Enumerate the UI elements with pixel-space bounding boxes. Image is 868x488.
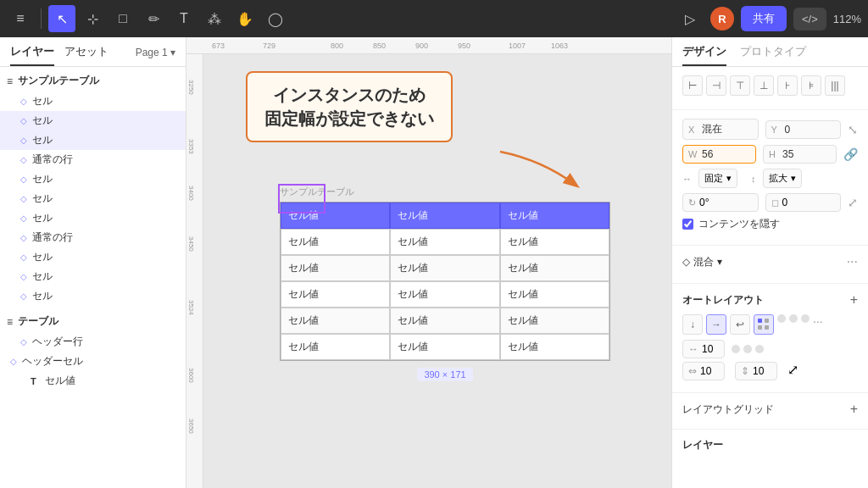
- x-value[interactable]: 混在: [702, 122, 722, 136]
- more-options-icon[interactable]: ···: [847, 254, 858, 269]
- distribute-h[interactable]: |||: [825, 75, 845, 96]
- diamond-icon: ◇: [20, 291, 27, 301]
- menu-icon[interactable]: ≡: [7, 5, 34, 32]
- list-item[interactable]: ◇ セル: [0, 189, 186, 208]
- list-item[interactable]: ◇ セル: [0, 286, 186, 306]
- al-grid-btn[interactable]: [754, 314, 774, 335]
- add-autolayout-button[interactable]: +: [850, 292, 858, 308]
- expand-padding-icon[interactable]: ⤢: [787, 362, 798, 380]
- list-item[interactable]: ◇ セル: [0, 130, 186, 150]
- table-row: セル値 セル値 セル値: [281, 255, 609, 281]
- canvas-area[interactable]: 673 729 800 850 900 950 1007 1063 3250 3…: [186, 37, 671, 488]
- angle-row: ↻ 0° ◻ 0 ⤢: [682, 193, 858, 212]
- w-value[interactable]: 56: [702, 148, 713, 160]
- select-tool[interactable]: ↖: [48, 5, 75, 32]
- padding-v-value[interactable]: 10: [753, 365, 764, 377]
- section-label: サンプルテーブル: [18, 74, 99, 88]
- component-tool[interactable]: ⁂: [201, 5, 228, 32]
- present-icon[interactable]: ▷: [676, 5, 704, 32]
- angle-field[interactable]: ↻ 0°: [682, 193, 759, 212]
- padding-field[interactable]: ⇔ 10: [682, 362, 725, 380]
- header-cell: セル値: [390, 202, 499, 229]
- add-grid-button[interactable]: +: [850, 402, 858, 417]
- hand-tool[interactable]: ✋: [231, 5, 259, 32]
- align-top[interactable]: ⊥: [754, 75, 774, 96]
- list-item[interactable]: ◇ ヘッダー行: [0, 332, 186, 352]
- al-wrap-btn[interactable]: ↩: [730, 314, 750, 335]
- padding-v-field[interactable]: ⇕ 10: [735, 362, 777, 380]
- table-label: サンプルテーブル: [280, 186, 610, 198]
- align-center-v[interactable]: ⊦: [777, 75, 798, 96]
- align-right[interactable]: ⊤: [730, 75, 750, 96]
- share-button[interactable]: 共有: [741, 6, 787, 31]
- shape-tool[interactable]: □: [109, 5, 136, 32]
- list-item[interactable]: ◇ セル: [0, 247, 186, 267]
- angle-value[interactable]: 0°: [699, 197, 709, 208]
- align-left[interactable]: ⊢: [682, 75, 703, 96]
- callout-box: インスタンスのため 固定幅が設定できない: [246, 71, 453, 142]
- al-more-icon[interactable]: ···: [813, 314, 823, 335]
- padding-value[interactable]: 10: [700, 365, 711, 377]
- collapse-icon: ≡: [7, 316, 13, 328]
- list-item[interactable]: ◇ セル: [0, 267, 186, 286]
- resize-icon[interactable]: ⤡: [848, 123, 858, 136]
- autolayout-title: オートレイアウト: [682, 293, 764, 308]
- item-label: 通常の行: [32, 152, 73, 167]
- corner-value[interactable]: 0: [782, 197, 788, 208]
- wh-row: W 56 H 35 🔗: [682, 145, 858, 164]
- tab-assets[interactable]: アセット: [64, 44, 108, 66]
- list-item[interactable]: T セル値: [0, 371, 186, 391]
- body-cell: セル値: [281, 281, 390, 308]
- gap-row: ↔ 10: [682, 340, 858, 358]
- comment-tool[interactable]: ◯: [262, 5, 289, 32]
- code-button[interactable]: </>: [793, 8, 826, 30]
- section-sample-table[interactable]: ≡ サンプルテーブル: [0, 70, 186, 92]
- al-right-btn[interactable]: →: [706, 314, 726, 335]
- list-item[interactable]: ◇ セル: [0, 111, 186, 130]
- page-selector[interactable]: Page 1 ▾: [136, 44, 175, 66]
- fixed-select[interactable]: 固定 ▾: [698, 169, 737, 188]
- align-center-h[interactable]: ⊣: [706, 75, 726, 96]
- section-table[interactable]: ≡ テーブル: [0, 311, 186, 332]
- w-field[interactable]: W 56: [682, 145, 756, 164]
- al-controls: ↓ → ↩ ···: [682, 314, 858, 335]
- x-field[interactable]: X 混在: [682, 119, 759, 140]
- table-header-row: セル値 セル値 セル値: [281, 202, 609, 229]
- pen-tool[interactable]: ✏: [140, 5, 167, 32]
- corner-field[interactable]: ◻ 0: [765, 193, 842, 212]
- list-item[interactable]: ◇ セル: [0, 92, 186, 111]
- list-item[interactable]: ◇ 通常の行: [0, 150, 186, 169]
- h-field[interactable]: H 35: [763, 145, 837, 164]
- al-down-btn[interactable]: ↓: [682, 314, 703, 335]
- list-item[interactable]: ◇ ヘッダーセル: [0, 352, 186, 371]
- individual-corners-icon[interactable]: ⤢: [848, 196, 858, 209]
- sample-table[interactable]: セル値 セル値 セル値 セル値 セル値 セル値 セル値 セル値 セル値: [280, 202, 610, 361]
- blend-section: ◇ 混合 ▾ ···: [672, 246, 868, 284]
- zoom-label[interactable]: 112%: [833, 13, 861, 25]
- text-tool[interactable]: T: [170, 5, 198, 32]
- diamond-icon: ◇: [20, 116, 27, 125]
- list-item[interactable]: ◇ セル: [0, 169, 186, 189]
- gap-h-value[interactable]: 10: [702, 343, 713, 355]
- hide-contents-label: コンテンツを隠す: [698, 217, 780, 231]
- tab-layers[interactable]: レイヤー: [10, 44, 54, 66]
- tab-prototype[interactable]: プロトタイプ: [740, 44, 806, 66]
- tab-design[interactable]: デザイン: [682, 44, 726, 66]
- y-value[interactable]: 0: [785, 124, 791, 136]
- al-dot: [755, 345, 764, 353]
- body-cell: セル値: [390, 334, 499, 360]
- list-item[interactable]: ◇ セル: [0, 208, 186, 228]
- diamond-icon: ◇: [20, 233, 27, 242]
- hide-contents-checkbox[interactable]: [682, 219, 693, 230]
- y-field[interactable]: Y 0: [765, 120, 842, 139]
- diamond-icon: ◇: [20, 214, 27, 223]
- fixed-arrow-icon: ↔: [682, 174, 692, 184]
- align-bottom[interactable]: ⊧: [801, 75, 821, 96]
- expand-select[interactable]: 拡大 ▾: [763, 169, 802, 188]
- list-item[interactable]: ◇ 通常の行: [0, 228, 186, 247]
- blend-left: ◇ 混合 ▾: [682, 255, 722, 269]
- frame-tool[interactable]: ⊹: [79, 5, 106, 32]
- h-value[interactable]: 35: [782, 148, 793, 160]
- gap-h-field[interactable]: ↔ 10: [682, 340, 725, 358]
- lock-ratio-icon[interactable]: 🔗: [843, 147, 858, 161]
